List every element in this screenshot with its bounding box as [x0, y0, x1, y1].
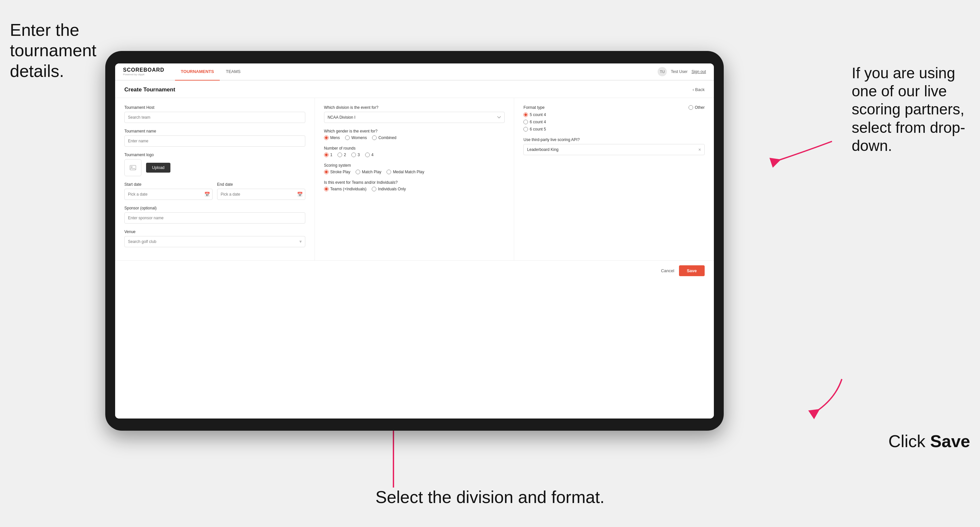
- start-date-label: Start date: [124, 182, 213, 187]
- tournament-host-group: Tournament Host: [124, 105, 305, 123]
- scoring-match[interactable]: Match Play: [356, 170, 381, 174]
- rounds-3-radio[interactable]: [352, 152, 356, 157]
- event-type-group: Is this event for Teams and/or Individua…: [324, 180, 505, 191]
- gender-womens[interactable]: Womens: [345, 135, 367, 140]
- upload-button[interactable]: Upload: [146, 163, 170, 173]
- division-select[interactable]: NCAA Division I: [324, 112, 505, 123]
- tablet-screen: SCOREBOARD Powered by clippit TOURNAMENT…: [115, 63, 714, 419]
- rounds-4-radio[interactable]: [365, 152, 370, 157]
- gender-combined-radio[interactable]: [372, 135, 377, 140]
- save-button[interactable]: Save: [679, 265, 705, 276]
- end-date-group: End date 📅: [217, 182, 305, 200]
- event-individuals-radio[interactable]: [372, 187, 376, 191]
- scoring-radio-group: Stroke Play Match Play Medal Match Play: [324, 170, 505, 174]
- format-other[interactable]: Other: [689, 105, 705, 110]
- scoring-group: Scoring system Stroke Play Match Play: [324, 163, 505, 174]
- format-5count4-radio[interactable]: [523, 113, 528, 117]
- venue-input[interactable]: [124, 236, 305, 247]
- tournament-name-input[interactable]: [124, 135, 305, 147]
- division-label: Which division is the event for?: [324, 105, 505, 110]
- rounds-1[interactable]: 1: [324, 152, 332, 157]
- event-type-radio-group: Teams (+Individuals) Individuals Only: [324, 187, 505, 191]
- annotation-topright: If you are using one of our live scoring…: [852, 64, 970, 155]
- format-6count4-radio[interactable]: [523, 120, 528, 124]
- brand-sub: Powered by clippit: [123, 73, 164, 76]
- sponsor-group: Sponsor (optional): [124, 206, 305, 224]
- logo-placeholder: [124, 159, 142, 176]
- event-individuals[interactable]: Individuals Only: [372, 187, 406, 191]
- format-6count5-radio[interactable]: [523, 127, 528, 132]
- cancel-button[interactable]: Cancel: [661, 268, 674, 273]
- format-6count4[interactable]: 6 count 4: [523, 120, 705, 124]
- scoring-medal[interactable]: Medal Match Play: [387, 170, 424, 174]
- rounds-1-radio[interactable]: [324, 152, 329, 157]
- sponsor-input[interactable]: [124, 213, 305, 224]
- division-select-wrap: NCAA Division I: [324, 112, 505, 123]
- api-select[interactable]: Leaderboard King ×: [523, 144, 705, 155]
- event-type-label: Is this event for Teams and/or Individua…: [324, 180, 505, 185]
- brand-title: SCOREBOARD: [123, 67, 164, 73]
- user-avatar: TU: [658, 67, 667, 76]
- rounds-2-radio[interactable]: [337, 152, 342, 157]
- rounds-radio-group: 1 2 3: [324, 152, 505, 157]
- gender-combined[interactable]: Combined: [372, 135, 396, 140]
- image-icon: [129, 164, 137, 171]
- format-label: Format type: [523, 105, 544, 110]
- scoring-match-radio[interactable]: [356, 170, 360, 174]
- gender-mens-radio[interactable]: [324, 135, 329, 140]
- event-teams-radio[interactable]: [324, 187, 329, 191]
- gender-group: Which gender is the event for? Mens Wome…: [324, 129, 505, 140]
- rounds-label: Number of rounds: [324, 146, 505, 151]
- rounds-3[interactable]: 3: [352, 152, 360, 157]
- signout-link[interactable]: Sign out: [692, 69, 706, 74]
- scoring-stroke-radio[interactable]: [324, 170, 329, 174]
- form-header: Create Tournament Back: [115, 81, 714, 98]
- form-col-2: Which division is the event for? NCAA Di…: [315, 98, 514, 260]
- api-group: Use third-party live scoring API? Leader…: [523, 137, 705, 155]
- gender-radio-group: Mens Womens Combined: [324, 135, 505, 140]
- sponsor-label: Sponsor (optional): [124, 206, 305, 210]
- content-area: Create Tournament Back Tournament Host T…: [115, 81, 714, 419]
- format-other-radio[interactable]: [689, 105, 693, 110]
- dates-group: Start date 📅 End date: [124, 182, 305, 200]
- scoring-medal-radio[interactable]: [387, 170, 391, 174]
- gender-label: Which gender is the event for?: [324, 129, 505, 133]
- nav-teams[interactable]: TEAMS: [220, 63, 247, 81]
- end-date-input[interactable]: [217, 189, 305, 200]
- start-date-input[interactable]: [124, 189, 213, 200]
- scoring-label: Scoring system: [324, 163, 505, 168]
- format-other-row: Format type Other: [523, 105, 705, 113]
- tablet: SCOREBOARD Powered by clippit TOURNAMENT…: [105, 51, 724, 431]
- start-date-wrap: 📅: [124, 189, 213, 200]
- gender-mens[interactable]: Mens: [324, 135, 340, 140]
- annotation-topleft: Enter the tournament details.: [10, 20, 102, 81]
- arrow-topright: [766, 135, 838, 168]
- api-label: Use third-party live scoring API?: [523, 137, 705, 142]
- rounds-4[interactable]: 4: [365, 152, 374, 157]
- format-6count5[interactable]: 6 count 5: [523, 127, 705, 132]
- nav-tournaments[interactable]: TOURNAMENTS: [175, 63, 220, 81]
- navbar-brand: SCOREBOARD Powered by clippit: [123, 67, 164, 76]
- arrow-bottomright: [806, 373, 848, 419]
- rounds-2[interactable]: 2: [337, 152, 346, 157]
- user-name: Test User: [671, 69, 687, 74]
- event-teams[interactable]: Teams (+Individuals): [324, 187, 366, 191]
- api-value: Leaderboard King: [527, 147, 558, 152]
- scoring-stroke[interactable]: Stroke Play: [324, 170, 350, 174]
- tournament-logo-group: Tournament logo Upload: [124, 152, 305, 176]
- annotation-bottom: Select the division and format.: [375, 487, 605, 507]
- logo-upload-area: Upload: [124, 159, 305, 176]
- gender-womens-radio[interactable]: [345, 135, 350, 140]
- tournament-host-input[interactable]: [124, 112, 305, 123]
- start-date-group: Start date 📅: [124, 182, 213, 200]
- form-card: Create Tournament Back Tournament Host T…: [115, 81, 714, 419]
- format-radio-stack: 5 count 4 6 count 4 6 count 5: [523, 113, 705, 132]
- back-link[interactable]: Back: [692, 87, 705, 92]
- division-group: Which division is the event for? NCAA Di…: [324, 105, 505, 123]
- navbar-right: TU Test User Sign out: [658, 67, 706, 76]
- end-date-wrap: 📅: [217, 189, 305, 200]
- form-title: Create Tournament: [124, 86, 175, 93]
- api-clear-btn[interactable]: ×: [698, 147, 701, 152]
- navbar-links: TOURNAMENTS TEAMS: [175, 63, 658, 80]
- format-5count4[interactable]: 5 count 4: [523, 113, 705, 117]
